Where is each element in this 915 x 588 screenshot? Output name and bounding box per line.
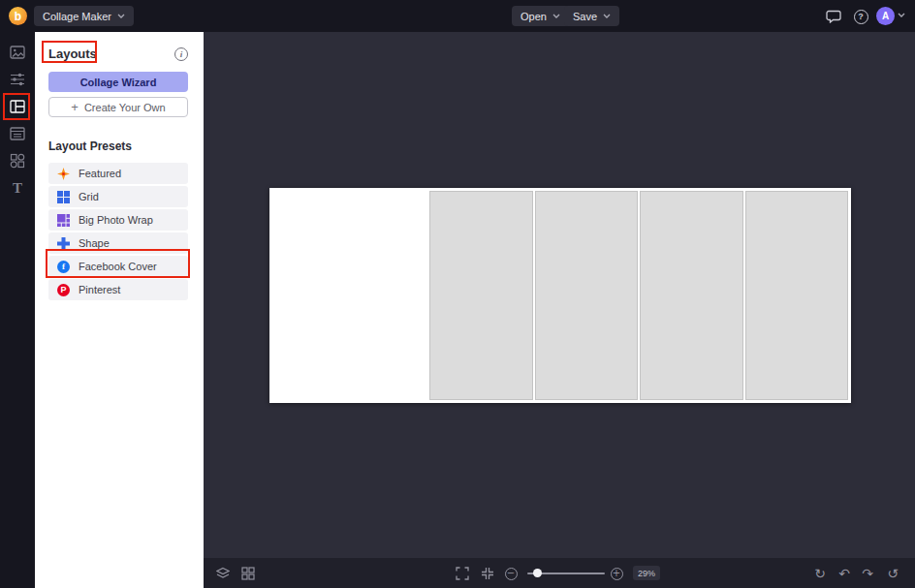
rail-item-text[interactable]: T <box>4 177 31 199</box>
app-menu-button[interactable]: Collage Maker <box>34 6 134 26</box>
collage-canvas[interactable] <box>269 188 851 403</box>
plus-icon: + <box>71 101 79 113</box>
zoom-slider-knob[interactable] <box>533 569 542 577</box>
zoom-out-icon[interactable]: − <box>504 567 518 580</box>
featured-icon <box>57 168 70 180</box>
chevron-down-icon <box>552 14 560 18</box>
redo-icon[interactable]: ↷ <box>861 567 874 580</box>
preset-item-grid[interactable]: Grid <box>48 186 188 207</box>
sliders-icon <box>10 72 25 87</box>
preset-label: Facebook Cover <box>79 261 157 272</box>
app-menu-label: Collage Maker <box>43 11 111 22</box>
layouts-icon <box>10 99 25 114</box>
preset-item-shape[interactable]: Shape <box>48 232 188 254</box>
rail-item-layouts[interactable] <box>4 96 31 117</box>
help-glyph: ? <box>854 10 868 24</box>
minus-glyph: − <box>505 568 518 580</box>
refresh-icon[interactable]: ↻ <box>813 567 827 580</box>
layers-icon[interactable] <box>216 567 230 580</box>
preset-item-facebook-cover[interactable]: f Facebook Cover <box>48 256 188 277</box>
logo-letter: b <box>15 10 21 23</box>
preset-label: Big Photo Wrap <box>79 214 153 226</box>
account-chevron-down-icon[interactable] <box>898 13 905 17</box>
collage-cells <box>429 191 848 400</box>
canvas-area <box>204 32 915 558</box>
history-icon[interactable]: ↺ <box>886 567 899 580</box>
pinterest-icon: P <box>57 284 70 296</box>
chevron-down-icon <box>117 14 125 18</box>
open-label: Open <box>521 11 547 22</box>
layout-presets-heading: Layout Presets <box>48 139 188 153</box>
history-glyph: ↺ <box>887 567 899 580</box>
rail-item-edit[interactable] <box>4 69 31 90</box>
collage-wizard-label: Collage Wizard <box>80 77 157 88</box>
fullscreen-icon[interactable] <box>456 567 469 580</box>
undo-icon[interactable]: ↶ <box>837 567 851 580</box>
befunky-logo-icon[interactable]: b <box>9 7 27 25</box>
preset-item-pinterest[interactable]: P Pinterest <box>48 279 188 300</box>
grid-view-icon[interactable] <box>241 567 255 580</box>
preset-label: Shape <box>79 237 110 249</box>
collage-maker-app: { "topbar": { "logo": "b", "app_menu_lab… <box>0 0 915 588</box>
collage-cell[interactable] <box>535 191 639 400</box>
preset-label: Pinterest <box>79 284 120 295</box>
save-button[interactable]: Save <box>564 6 619 26</box>
save-label: Save <box>573 11 597 22</box>
redo-glyph: ↷ <box>862 567 873 580</box>
preset-item-big-photo-wrap[interactable]: Big Photo Wrap <box>48 209 188 231</box>
text-tool-icon: T <box>13 180 22 197</box>
preset-label: Grid <box>79 191 99 202</box>
plus-glyph: + <box>611 568 623 580</box>
create-your-own-button[interactable]: + Create Your Own <box>48 97 188 117</box>
panel-title: Layouts <box>48 46 97 61</box>
bottom-toolbar: − + 29% ↻ ↶ ↷ ↺ <box>204 558 915 588</box>
topbar: b Collage Maker Open Save ? A <box>0 0 915 32</box>
rail-item-templates[interactable] <box>4 123 31 144</box>
preset-list: Featured Grid Big Photo Wrap <box>48 163 188 300</box>
info-glyph: i <box>174 47 188 61</box>
preset-label: Featured <box>79 168 121 179</box>
zoom-in-icon[interactable]: + <box>610 567 623 580</box>
templates-icon <box>10 126 25 141</box>
shape-plus-icon <box>57 237 70 250</box>
avatar-initial: A <box>882 11 889 21</box>
tool-rail: T <box>0 32 35 588</box>
collage-cell[interactable] <box>429 191 533 400</box>
create-your-own-label: Create Your Own <box>84 102 166 113</box>
big-photo-wrap-icon <box>57 214 70 227</box>
layouts-panel: Layouts i Collage Wizard + Create Your O… <box>35 32 204 588</box>
zoom-level-badge[interactable]: 29% <box>633 566 660 580</box>
rail-item-graphics[interactable] <box>4 150 31 171</box>
open-button[interactable]: Open <box>512 6 569 26</box>
preset-item-featured[interactable]: Featured <box>48 163 188 184</box>
collage-cell[interactable] <box>745 191 849 400</box>
grid-icon <box>57 191 70 203</box>
image-icon <box>10 45 25 60</box>
refresh-glyph: ↻ <box>814 567 826 580</box>
info-icon[interactable]: i <box>174 47 188 61</box>
shapes-icon <box>10 153 25 169</box>
zoom-slider[interactable] <box>527 573 605 574</box>
feedback-comment-icon[interactable] <box>825 8 842 25</box>
panel-title-row: Layouts i <box>48 46 188 62</box>
collage-wizard-button[interactable]: Collage Wizard <box>48 72 188 92</box>
chevron-down-icon <box>603 14 611 18</box>
fit-to-screen-icon[interactable] <box>481 567 494 580</box>
collage-cell[interactable] <box>640 191 743 400</box>
rail-item-image-manager[interactable] <box>4 42 31 63</box>
help-icon[interactable]: ? <box>852 8 869 25</box>
facebook-icon: f <box>57 261 70 273</box>
undo-glyph: ↶ <box>838 567 850 580</box>
user-avatar[interactable]: A <box>876 7 895 25</box>
